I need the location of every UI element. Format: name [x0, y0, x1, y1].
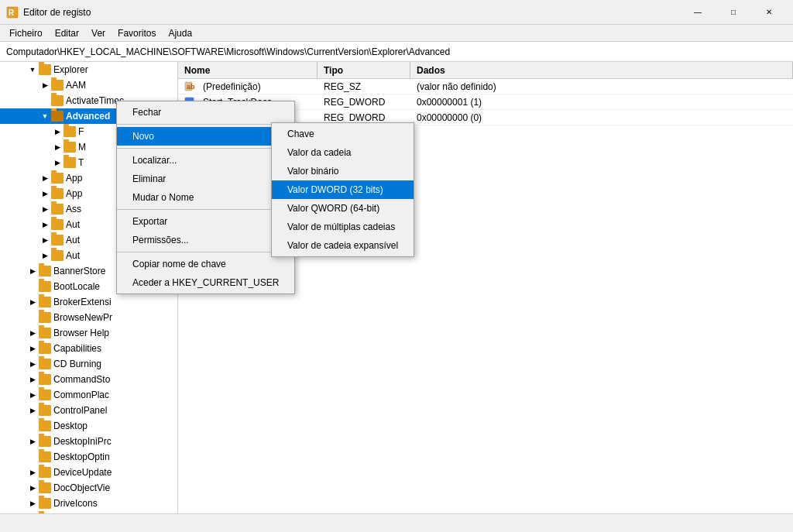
- menu-editar[interactable]: Editar: [49, 26, 85, 40]
- folder-icon: [39, 343, 51, 354]
- chevron-right-icon: ▶: [51, 141, 64, 153]
- chevron-right-icon: ▶: [39, 249, 51, 262]
- ctx-aceder-hkcu[interactable]: Aceder a HKEY_CURRENT_USER: [117, 273, 294, 292]
- folder-icon: [39, 390, 51, 400]
- ctx-copiar-nome[interactable]: Copiar nome de chave: [117, 255, 294, 273]
- folder-icon: [39, 498, 51, 509]
- sub-valor-expansivel[interactable]: Valor de cadeia expansível: [272, 236, 414, 255]
- chevron-down-icon: ▼: [26, 63, 39, 76]
- folder-icon: [51, 250, 64, 261]
- tree-item-label: Desktop: [53, 420, 88, 431]
- tree-item-browser-help[interactable]: ▶ Browser Help: [0, 325, 177, 341]
- tree-item-label: DocObjectVie: [53, 482, 110, 493]
- folder-icon: [39, 420, 51, 431]
- minimize-button[interactable]: —: [680, 0, 716, 25]
- close-button[interactable]: ✕: [751, 0, 787, 25]
- ctx-separator: [117, 209, 294, 210]
- folder-icon: [64, 126, 76, 137]
- sub-valor-multiplas[interactable]: Valor de múltiplas cadeias: [272, 218, 414, 236]
- tree-item-label: F: [78, 126, 84, 137]
- chevron-right-icon: ▶: [39, 234, 51, 246]
- folder-icon: [51, 111, 64, 122]
- tree-item-label: BrokerExtensi: [53, 297, 112, 307]
- menu-favoritos[interactable]: Favoritos: [112, 26, 162, 40]
- tree-item-label: Advanced: [66, 111, 110, 122]
- tree-item[interactable]: ▶ CD Burning: [0, 356, 177, 372]
- tree-item-label: DeviceUpdate: [53, 467, 112, 478]
- chevron-right-icon: ▶: [26, 435, 39, 448]
- chevron-right-icon: ▶: [26, 482, 39, 494]
- tree-item[interactable]: ▶ AAM: [0, 77, 177, 93]
- chevron-right-icon: ▶: [26, 296, 39, 308]
- column-header-name: Nome: [178, 62, 318, 78]
- chevron-right-icon: ▶: [26, 342, 39, 355]
- tree-item[interactable]: ▼ ExecuteTypeC: [0, 511, 177, 513]
- tree-item-label: DriveIcons: [53, 498, 98, 509]
- sub-valor-binario[interactable]: Valor binário: [272, 162, 414, 180]
- tree-item[interactable]: ▶ DesktopOptin: [0, 449, 177, 465]
- tree-item-label: CommandSto: [53, 374, 110, 385]
- ctx-separator: [117, 252, 294, 252]
- tree-item-label: CommonPlac: [53, 390, 109, 400]
- maximize-button[interactable]: □: [716, 0, 751, 25]
- chevron-right-icon: ▶: [51, 156, 64, 169]
- value-data: 0x00000001 (1): [410, 95, 793, 109]
- column-header-data: Dados: [410, 62, 793, 78]
- sub-valor-cadeia[interactable]: Valor da cadeia: [272, 143, 414, 162]
- ctx-novo[interactable]: Novo: [117, 127, 294, 146]
- tree-item-label: DesktopIniPrc: [53, 436, 112, 447]
- tree-item[interactable]: ▼ Explorer: [0, 62, 177, 77]
- folder-icon: [39, 359, 51, 369]
- tree-item[interactable]: ▶ CommandSto: [0, 372, 177, 387]
- tree-item-label: Aut: [66, 219, 80, 230]
- tree-item[interactable]: ▶ DeviceUpdate: [0, 465, 177, 480]
- folder-icon: [51, 80, 64, 91]
- tree-item[interactable]: ▶ DocObjectVie: [0, 480, 177, 496]
- menu-ver[interactable]: Ver: [85, 26, 112, 40]
- chevron-right-icon: ▶: [26, 404, 39, 417]
- tree-item-label: ActivateTimec: [66, 95, 124, 106]
- ctx-mudar-nome[interactable]: Mudar o Nome: [117, 188, 294, 207]
- menu-ficheiro[interactable]: Ficheiro: [3, 26, 49, 40]
- tree-item[interactable]: ▶ Capabilities: [0, 341, 177, 356]
- chevron-right-icon: ▶: [39, 79, 51, 91]
- tree-item-label: ControlPanel: [53, 405, 107, 416]
- sub-chave[interactable]: Chave: [272, 125, 414, 143]
- tree-item[interactable]: ▶ BrowseNewPr: [0, 310, 177, 325]
- value-type: REG_DWORD: [318, 95, 410, 109]
- ctx-eliminar[interactable]: Eliminar: [117, 170, 294, 188]
- ctx-separator: [117, 124, 294, 125]
- ctx-fechar[interactable]: Fechar: [117, 103, 294, 122]
- tree-item[interactable]: ▶ CommonPlac: [0, 387, 177, 403]
- folder-icon: [51, 204, 64, 215]
- value-type: REG_SZ: [318, 80, 410, 94]
- sub-valor-qword[interactable]: Valor QWORD (64-bit): [272, 199, 414, 218]
- chevron-right-icon: ▶: [39, 172, 51, 184]
- tree-item-label: App: [66, 173, 82, 184]
- tree-item[interactable]: ▶ BrokerExtensi: [0, 294, 177, 310]
- address-path: Computador\HKEY_LOCAL_MACHINE\SOFTWARE\M…: [6, 46, 450, 57]
- menu-ajuda[interactable]: Ajuda: [162, 26, 198, 40]
- app-title: Editor de registo: [23, 7, 680, 18]
- sub-valor-dword[interactable]: Valor DWORD (32 bits): [272, 180, 414, 199]
- folder-icon: [39, 436, 51, 447]
- value-row[interactable]: ab (Predefinição) REG_SZ (valor não defi…: [178, 79, 793, 94]
- tree-item[interactable]: ▶ DesktopIniPrc: [0, 434, 177, 449]
- folder-icon: [64, 142, 76, 153]
- folder-icon: [64, 157, 76, 168]
- ctx-permissoes[interactable]: Permissões...: [117, 231, 294, 249]
- tree-item-label: AAM: [66, 80, 86, 91]
- folder-icon: [39, 482, 51, 493]
- chevron-right-icon: ▶: [26, 466, 39, 479]
- ctx-localizar[interactable]: Localizar...: [117, 151, 294, 170]
- ctx-exportar[interactable]: Exportar: [117, 212, 294, 231]
- folder-icon: [39, 451, 51, 462]
- folder-icon: [51, 188, 64, 199]
- svg-text:ab: ab: [187, 83, 195, 91]
- tree-item[interactable]: ▶ Desktop: [0, 418, 177, 434]
- tree-item[interactable]: ▶ DriveIcons: [0, 496, 177, 511]
- tree-item[interactable]: ▶ ControlPanel: [0, 403, 177, 418]
- chevron-right-icon: ▶: [26, 327, 39, 339]
- ctx-separator: [117, 148, 294, 149]
- tree-item-label: BootLocale: [53, 281, 100, 292]
